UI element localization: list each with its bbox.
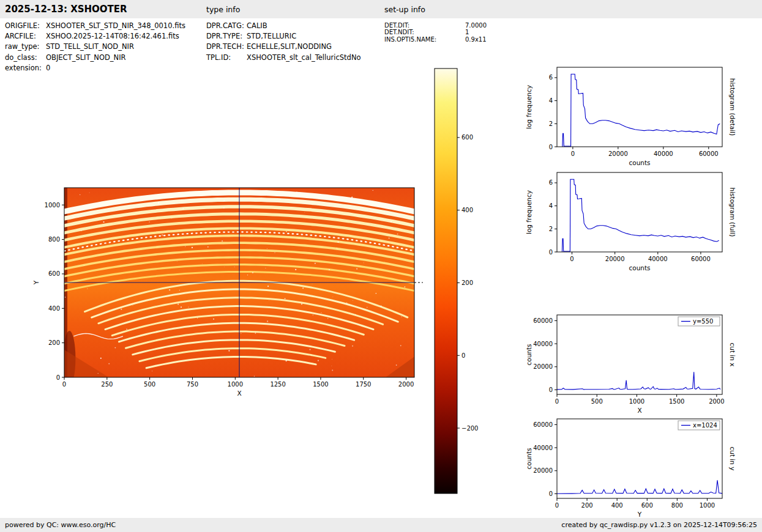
svg-text:1000: 1000 [700,502,715,509]
svg-text:4: 4 [549,202,553,209]
svg-text:60000: 60000 [533,421,553,428]
footer-created: created by qc_rawdisp.py v1.2.3 on 2025-… [561,521,757,529]
svg-text:500: 500 [591,398,603,405]
svg-text:1250: 1250 [270,381,285,388]
info-label: DPR.TYPE: [206,31,247,42]
svg-text:0: 0 [549,249,553,256]
svg-text:600: 600 [48,270,60,277]
info-value: 0 [46,64,50,72]
info-row: DPR.TYPE:STD,TELLURIC [206,31,361,42]
histogram-full-plot: 02000040000600000246countslog frequencyh… [523,168,738,273]
svg-text:0: 0 [555,398,559,405]
raw-image-plot: 0250500750100012501500175020000200400600… [34,180,438,408]
info-label: DET.NDIT: [384,29,465,35]
info-row: DPR.CATG:CALIB [206,21,361,31]
info-label: TPL.ID: [206,53,247,63]
svg-text:500: 500 [144,381,155,388]
info-label: ARCFILE: [5,31,46,42]
footer-powered: powered by QC: www.eso.org/HC [5,521,116,529]
info-row: raw_type:STD_TELL_SLIT_NOD_NIR [5,42,185,52]
svg-text:cut in y: cut in y [729,446,736,470]
setup-info-block: DET.DIT:7.0000 DET.NDIT:1 INS.OPTI5.NAME… [384,22,487,43]
svg-text:Y: Y [637,511,642,518]
svg-text:2: 2 [549,120,553,127]
svg-text:400: 400 [611,502,623,509]
svg-text:800: 800 [48,236,60,243]
svg-text:600: 600 [461,134,473,141]
qc-website-link[interactable]: www.eso.org/HC [61,521,116,529]
svg-text:1000: 1000 [45,202,60,209]
info-value: XSHOOTER_slt_cal_TelluricStdNo [247,53,361,62]
type-info-block: DPR.CATG:CALIB DPR.TYPE:STD,TELLURIC DPR… [206,21,361,63]
svg-text:2000: 2000 [709,398,724,405]
svg-text:750: 750 [187,381,198,388]
info-value: XSHOOTER_SLT_STD_NIR_348_0010.fits [46,21,185,30]
svg-text:counts: counts [629,159,650,166]
info-row: ORIGFILE:XSHOOTER_SLT_STD_NIR_348_0010.f… [5,21,185,31]
svg-text:1750: 1750 [356,381,371,388]
svg-text:histogram (full): histogram (full) [729,188,736,237]
info-value: 7.0000 [465,22,487,29]
svg-text:1500: 1500 [669,398,684,405]
svg-text:0: 0 [549,144,553,150]
svg-text:20000: 20000 [533,363,553,370]
footer-bar: powered by QC: www.eso.org/HC created by… [0,518,762,532]
qc-report-page: 2025-12-13: XSHOOTER type info set-up in… [0,0,762,532]
histogram-detail-plot: 02000040000600000246countslog frequencyh… [523,62,738,168]
svg-text:log frequency: log frequency [525,85,532,129]
svg-text:0: 0 [555,502,559,509]
info-row: extension:0 [5,63,185,73]
svg-text:X: X [637,407,641,414]
svg-text:0: 0 [571,150,575,157]
svg-text:20000: 20000 [605,256,625,262]
svg-text:counts: counts [525,448,532,469]
svg-text:X: X [237,390,241,397]
svg-text:1500: 1500 [313,381,328,388]
svg-text:40000: 40000 [654,150,673,157]
svg-text:1000: 1000 [228,381,243,388]
svg-text:40000: 40000 [648,256,668,262]
svg-text:log frequency: log frequency [525,190,532,234]
svg-text:40000: 40000 [533,341,553,347]
svg-text:4: 4 [549,97,553,104]
svg-text:histogram (detail): histogram (detail) [729,78,736,136]
svg-text:200: 200 [581,502,593,509]
info-label: raw_type: [5,42,46,52]
setup-info-heading: set-up info [384,5,425,14]
info-value: STD,TELLURIC [247,32,296,40]
svg-text:Y: Y [32,280,40,285]
info-value: XSHOO.2025-12-14T08:16:42.461.fits [46,32,179,40]
info-value: STD_TELL_SLIT_NOD_NIR [46,42,134,51]
info-row: DPR.TECH:ECHELLE,SLIT,NODDING [206,42,361,52]
svg-text:800: 800 [671,502,683,509]
page-title: 2025-12-13: XSHOOTER [5,4,127,15]
svg-text:0: 0 [570,256,573,262]
svg-text:6: 6 [549,74,553,81]
svg-text:cut in x: cut in x [729,342,736,366]
footer-powered-prefix: powered by QC: [5,521,61,529]
info-row: do_class:OBJECT_SLIT_NOD_NIR [5,53,185,63]
file-info-block: ORIGFILE:XSHOOTER_SLT_STD_NIR_348_0010.f… [5,21,185,73]
svg-text:250: 250 [101,381,113,388]
info-value: 1 [465,29,469,35]
info-row: INS.OPTI5.NAME:0.9x11 [384,36,487,43]
svg-text:2000: 2000 [398,381,414,388]
svg-text:400: 400 [48,305,60,312]
svg-text:40000: 40000 [533,445,553,451]
info-value: OBJECT_SLIT_NOD_NIR [46,53,126,62]
svg-text:60000: 60000 [533,317,553,324]
svg-text:600: 600 [641,502,653,509]
info-label: extension: [5,63,46,73]
svg-text:400: 400 [461,207,473,213]
info-row: TPL.ID:XSHOOTER_slt_cal_TelluricStdNo [206,53,361,63]
svg-text:20000: 20000 [533,467,553,474]
info-row: ARCFILE:XSHOO.2025-12-14T08:16:42.461.fi… [5,31,185,42]
info-value: CALIB [247,21,267,30]
svg-text:−200: −200 [461,425,478,432]
info-label: DPR.CATG: [206,21,247,31]
svg-text:0: 0 [461,352,465,359]
info-label: do_class: [5,53,46,63]
svg-text:1000: 1000 [629,398,644,405]
info-label: DET.DIT: [384,22,465,29]
info-row: DET.DIT:7.0000 [384,22,487,29]
